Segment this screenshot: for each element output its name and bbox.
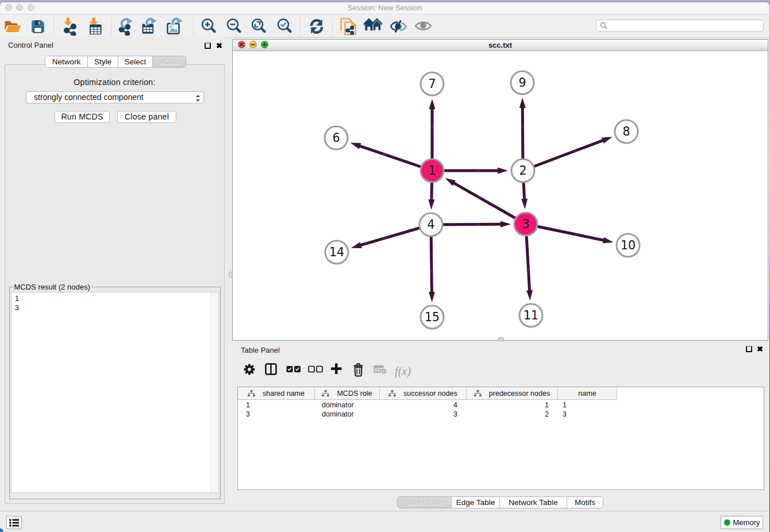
run-mcds-button[interactable]: Run MCDS [55,111,110,123]
node-label-3: 3 [522,217,529,231]
cell-shared-name: 1 [238,400,315,410]
arrowhead-4-3 [500,221,511,228]
mcds-result-group: MCDS result (2 nodes) 1 3 [9,283,221,499]
eye-slash-icon [389,17,407,36]
network-graph: 7968124314101511 [233,51,768,340]
zoom-out-button[interactable] [225,17,244,38]
table-delete-icon [374,363,388,377]
edge-handle [528,268,529,271]
tab-edge-table[interactable]: Edge Table [451,497,499,508]
column-header-predecessor-nodes[interactable]: predecessor nodes [467,387,558,399]
edge-handle [431,196,432,199]
export-image-button[interactable] [165,17,184,38]
cell-successor-nodes: 3 [380,410,467,419]
memory-button[interactable]: Memory [721,516,763,529]
toolbar-separator [300,16,301,37]
gear-icon [243,363,258,377]
column-header-name[interactable]: name [558,387,617,399]
edge-2-8[interactable] [523,140,604,171]
zoom-fit-button[interactable] [250,17,268,38]
table-row[interactable]: 3dominator323 [238,410,617,419]
node-label-8: 8 [622,125,630,138]
tab-select[interactable]: Select [118,56,152,67]
table-settings-button[interactable] [243,363,258,379]
refresh-button[interactable] [307,17,326,38]
toggle-panes-button[interactable] [265,363,280,379]
edge-handle [476,170,479,171]
eye-icon [414,17,433,36]
column-header-successor-nodes[interactable]: successor nodes [380,387,467,399]
hide-panel-button[interactable] [389,17,407,38]
tab-mcds[interactable]: MCDS [152,56,186,67]
arrowhead-2-9 [519,98,526,108]
export-table-button[interactable] [140,17,159,38]
import-network-icon [61,17,79,36]
close-panel-button[interactable]: Close panel [117,111,176,123]
table-tabs: Node TableEdge TableNetwork TableMotifs [397,496,603,508]
show-panel-button[interactable] [414,17,433,38]
cell-MCDS-role: dominator [315,410,380,419]
arrowhead-1-6 [351,142,361,149]
network-canvas[interactable]: 7968124314101511 [233,51,768,340]
arrowhead-3-11 [526,290,533,300]
memory-label: Memory [733,518,760,527]
clone-network-icon [339,17,357,36]
control-panel-title: Control Panel [8,41,53,49]
node-table: shared name MCDS role successor nodes pr… [237,387,764,490]
result-scrollbar[interactable] [210,292,218,492]
tab-motifs[interactable]: Motifs [567,497,603,508]
table-close-icon[interactable]: ✖ [757,346,763,352]
horizontal-splitter-knob[interactable] [498,337,504,341]
vertical-splitter-knob[interactable] [229,272,233,277]
save-session-button[interactable] [29,17,47,38]
folder-open-icon [3,17,22,36]
status-bar: Memory [0,511,769,530]
mcds-result-text[interactable]: 1 3 [11,292,219,493]
tab-node-table[interactable]: Node Table [398,497,451,508]
edge-3-1[interactable] [453,183,526,224]
refresh-icon [307,17,326,36]
table-float-icon[interactable] [746,346,752,352]
cell-shared-name: 3 [238,410,315,419]
float-panel-icon[interactable] [205,43,211,49]
sort-hierarchy-icon [388,390,396,396]
import-table-button[interactable] [86,17,105,38]
delete-table-button[interactable] [374,363,388,379]
tab-style[interactable]: Style [87,56,118,67]
column-header-MCDS-role[interactable]: MCDS role [315,387,380,399]
tab-network-table[interactable]: Network Table [499,497,567,508]
network-view-window: scc.txt 7968124314101511 [232,39,768,341]
plus-icon [330,363,345,377]
column-label: successor nodes [403,390,457,398]
tab-network[interactable]: Network [45,56,87,67]
list-icon [9,519,20,527]
columns-icon [265,363,280,377]
table-toolbar: f(x) [232,357,769,384]
console-button[interactable] [6,516,22,529]
memory-status-dot [724,519,730,526]
network-window-titlebar[interactable]: scc.txt [233,40,768,51]
add-column-button[interactable] [330,363,345,379]
search-input[interactable] [610,20,760,31]
import-network-button[interactable] [61,17,79,38]
show-all-networks-button[interactable] [364,17,382,38]
mcds-result-title: MCDS result (2 nodes) [13,283,91,291]
save-icon [29,17,47,36]
edge-handle [522,125,523,128]
close-panel-icon[interactable]: ✖ [216,43,222,49]
function-builder-button[interactable]: f(x) [395,365,411,378]
delete-column-button[interactable] [352,363,367,379]
deselect-all-button[interactable] [308,363,323,379]
node-label-4: 4 [427,218,434,232]
export-network-button[interactable] [118,17,136,38]
search-field[interactable] [596,20,764,32]
table-row[interactable]: 1dominator411 [238,400,617,410]
optimization-label: Optimization criterion: [5,78,224,87]
zoom-in-button[interactable] [200,17,218,38]
clone-network-button[interactable] [339,17,357,38]
zoom-selected-button[interactable] [276,17,294,38]
open-session-button[interactable] [3,17,22,38]
select-all-button[interactable] [286,363,301,379]
criterion-dropdown[interactable]: strongly connected component [26,91,204,103]
column-header-shared-name[interactable]: shared name [238,387,315,399]
